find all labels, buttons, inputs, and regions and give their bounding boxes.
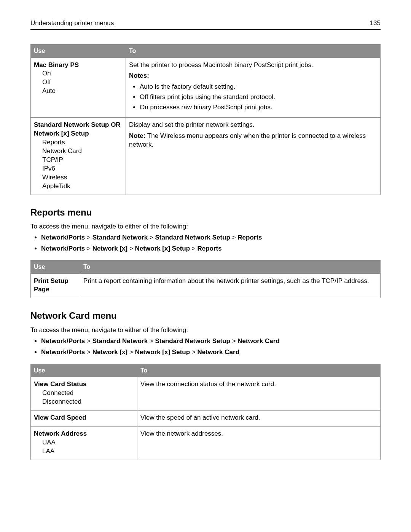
use-cell: Print Setup Page <box>31 273 80 298</box>
to-description: Set the printer to process Macintosh bin… <box>129 61 377 70</box>
section-intro: To access the menu, navigate to either o… <box>30 222 381 231</box>
note-text: The Wireless menu appears only when the … <box>129 132 366 148</box>
table-row: View Card Speed View the speed of an act… <box>31 411 381 427</box>
table-row: View Card Status Connected Disconnected … <box>31 377 381 411</box>
section-title-networkcard: Network Card menu <box>30 310 381 322</box>
col-use: Use <box>31 44 126 58</box>
setting-option: LAA <box>34 447 134 456</box>
section-intro: To access the menu, navigate to either o… <box>30 326 381 335</box>
table-row: Network Address UAA LAA View the network… <box>31 426 381 460</box>
note-line: Note: The Wireless menu appears only whe… <box>129 132 377 149</box>
setting-option: Off <box>34 78 123 87</box>
nav-path: Network/Ports > Standard Network > Stand… <box>41 233 381 242</box>
to-cell: View the connection status of the networ… <box>137 377 381 411</box>
setting-option: IPv6 <box>34 165 123 173</box>
table-row: Mac Binary PS On Off Auto Set the printe… <box>31 58 381 118</box>
setting-option: TCP/IP <box>34 156 123 165</box>
setting-name: Mac Binary PS <box>34 61 123 70</box>
setting-name: Network [x] Setup <box>34 129 123 138</box>
nav-path: Network/Ports > Network [x] > Network [x… <box>41 244 381 253</box>
use-cell: View Card Status Connected Disconnected <box>31 377 137 411</box>
nav-path: Network/Ports > Network [x] > Network [x… <box>41 348 381 357</box>
networkcard-table: Use To View Card Status Connected Discon… <box>30 364 381 460</box>
setting-name: Standard Network Setup OR <box>34 121 123 129</box>
note-item: Auto is the factory default setting. <box>140 83 377 91</box>
setting-name: Network Address <box>34 430 134 438</box>
setting-option: Connected <box>34 389 134 398</box>
to-cell: View the speed of an active network card… <box>137 411 381 427</box>
setting-option: Network Card <box>34 147 123 156</box>
section-title-reports: Reports menu <box>30 206 381 219</box>
to-cell: View the network addresses. <box>137 426 381 460</box>
nav-paths-networkcard: Network/Ports > Standard Network > Stand… <box>41 337 381 357</box>
use-cell: View Card Speed <box>31 411 137 427</box>
col-to: To <box>137 364 381 377</box>
setting-name: View Card Speed <box>34 414 134 422</box>
page-number: 135 <box>370 19 381 28</box>
use-cell: Mac Binary PS On Off Auto <box>31 58 126 118</box>
note-item: Off filters print jobs using the standar… <box>140 93 377 102</box>
col-to: To <box>80 260 381 273</box>
nav-paths-reports: Network/Ports > Standard Network > Stand… <box>41 233 381 253</box>
note-prefix: Note: <box>129 132 145 139</box>
table-row: Standard Network Setup OR Network [x] Se… <box>31 118 381 195</box>
col-to: To <box>126 44 381 58</box>
setting-option: Disconnected <box>34 398 134 406</box>
settings-table-1: Use To Mac Binary PS On Off Auto Set the… <box>30 44 381 195</box>
setting-option: Reports <box>34 138 123 147</box>
setting-option: On <box>34 69 123 78</box>
col-use: Use <box>31 260 80 273</box>
to-description: Display and set the printer network sett… <box>129 121 377 129</box>
setting-option: Auto <box>34 87 123 96</box>
notes-label: Notes: <box>129 72 377 80</box>
setting-option: AppleTalk <box>34 182 123 191</box>
setting-option: UAA <box>34 438 134 447</box>
page-header: Understanding printer menus 135 <box>30 19 381 30</box>
table-row: Print Setup Page Print a report containi… <box>31 273 381 298</box>
to-cell: Set the printer to process Macintosh bin… <box>126 58 381 118</box>
notes-list: Auto is the factory default setting. Off… <box>140 83 377 112</box>
nav-path: Network/Ports > Standard Network > Stand… <box>41 337 381 346</box>
to-cell: Print a report containing information ab… <box>80 273 381 298</box>
setting-name: View Card Status <box>34 380 134 389</box>
setting-option: Wireless <box>34 173 123 182</box>
to-cell: Display and set the printer network sett… <box>126 118 381 195</box>
col-use: Use <box>31 364 137 377</box>
header-title: Understanding printer menus <box>30 19 114 28</box>
use-cell: Standard Network Setup OR Network [x] Se… <box>31 118 126 195</box>
note-item: On processes raw binary PostScript print… <box>140 103 377 112</box>
reports-table: Use To Print Setup Page Print a report c… <box>30 260 381 298</box>
use-cell: Network Address UAA LAA <box>31 426 137 460</box>
